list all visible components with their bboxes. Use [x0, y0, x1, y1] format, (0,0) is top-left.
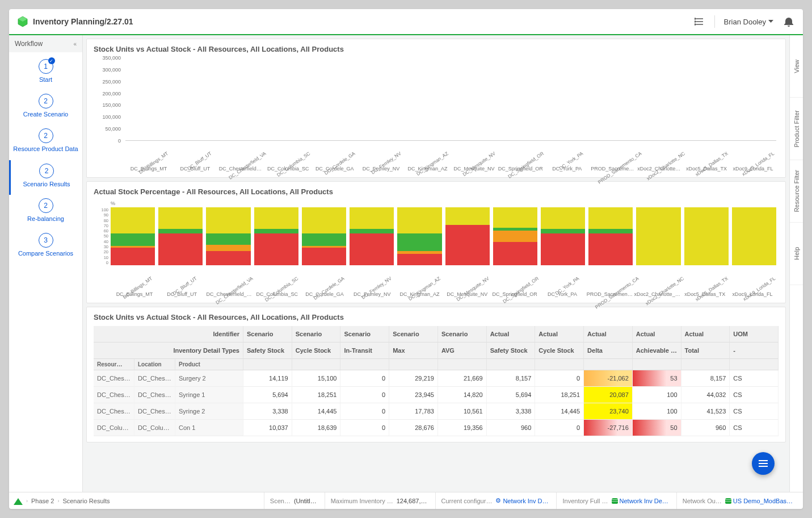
cell-value[interactable]: CS — [730, 403, 779, 420]
cell-value[interactable]: 20,087 — [584, 387, 633, 403]
stacked-bar[interactable]: PROD_Sacremento_CA — [588, 207, 633, 265]
cell-resource[interactable]: DC_Colum… — [94, 420, 134, 436]
status-curr-link[interactable]: ⚙Network Inv D… — [495, 497, 548, 504]
cell-location[interactable]: DC_Chest… — [134, 403, 175, 420]
tbl-rowdim[interactable]: Product — [175, 359, 243, 370]
cell-value[interactable]: 5,694 — [487, 387, 536, 403]
cell-product[interactable]: Con 1 — [175, 420, 243, 436]
cell-value[interactable]: 8,157 — [681, 370, 730, 387]
cell-value[interactable]: 50 — [633, 420, 681, 436]
stacked-bar[interactable]: DC_Cordele_GA — [302, 207, 346, 265]
stacked-bar[interactable]: DC_Columbia_SC — [254, 207, 298, 265]
workflow-step-compare-scenarios[interactable]: 3Compare Scenarios — [9, 229, 82, 264]
cell-value[interactable]: 23,945 — [389, 387, 438, 403]
tbl-col-sub[interactable]: Achievable … — [633, 342, 681, 359]
tbl-col-sub[interactable]: - — [730, 342, 779, 359]
cell-value[interactable]: 41,523 — [681, 403, 730, 420]
cell-product[interactable]: Surgery 2 — [175, 370, 243, 387]
tbl-col-group[interactable]: Actual — [681, 326, 730, 342]
cell-location[interactable]: DC_Colum… — [134, 420, 175, 436]
stacked-bar[interactable]: DC_Springfield_OR — [493, 207, 537, 265]
cell-value[interactable]: 14,445 — [292, 403, 341, 420]
cell-value[interactable]: 14,445 — [535, 403, 584, 420]
bar-group[interactable]: xDoc9_Lorida_FL — [730, 58, 776, 140]
tbl-col-sub[interactable]: Cycle Stock — [292, 342, 341, 359]
cell-value[interactable]: 960 — [681, 420, 730, 436]
tbl-col-group[interactable]: Actual — [487, 326, 536, 342]
cell-product[interactable]: Syringe 2 — [175, 403, 243, 420]
bell-icon[interactable] — [782, 15, 795, 28]
workflow-step-resource-product-data[interactable]: 2Resource Product Data — [9, 125, 82, 160]
bar-group[interactable]: xDoc5_Dallas_TX — [683, 58, 730, 140]
cell-value[interactable]: 3,338 — [243, 403, 292, 420]
tbl-col-group[interactable]: UOM — [730, 326, 779, 342]
bar-group[interactable]: PROD_Sacremento_CA — [590, 58, 637, 140]
workflow-step-re-balancing[interactable]: 2Re-balancing — [9, 195, 82, 229]
collapse-sidebar-icon[interactable]: « — [73, 41, 77, 47]
tbl-col-group[interactable]: Scenario — [438, 326, 487, 342]
cell-value[interactable]: 0 — [340, 387, 389, 403]
stacked-bar[interactable]: xDoc9_Lorida_FL — [732, 207, 776, 265]
stacked-bar[interactable]: xDoc5_Dallas_TX — [684, 207, 729, 265]
tbl-col-sub[interactable]: Delta — [584, 342, 633, 359]
workflow-step-scenario-results[interactable]: 2Scenario Results — [9, 160, 82, 195]
cell-value[interactable]: 14,119 — [243, 370, 292, 387]
tbl-col-sub[interactable]: Max — [389, 342, 438, 359]
tbl-col-group[interactable]: Scenario — [243, 326, 292, 342]
workflow-step-start[interactable]: 1✓Start — [9, 56, 82, 90]
cell-value[interactable]: CS — [730, 370, 779, 387]
cell-value[interactable]: 0 — [340, 420, 389, 436]
tbl-col-sub[interactable]: Safety Stock — [487, 342, 536, 359]
stacked-bar[interactable]: DC_York_PA — [541, 207, 585, 265]
cell-value[interactable]: 960 — [487, 420, 536, 436]
rail-help[interactable]: Help — [790, 223, 803, 285]
tbl-col-group[interactable]: Scenario — [292, 326, 341, 342]
bar-group[interactable]: DC_Fernley_NV — [358, 58, 405, 140]
cell-value[interactable]: 0 — [340, 370, 389, 387]
tbl-col-group[interactable]: Actual — [535, 326, 584, 342]
cell-product[interactable]: Syringe 1 — [175, 387, 243, 403]
user-menu[interactable]: Brian Dooley — [724, 18, 773, 26]
rail-resource-filter[interactable]: Resource Filter — [790, 160, 803, 223]
cell-value[interactable]: 18,251 — [292, 387, 341, 403]
cell-value[interactable]: 10,037 — [243, 420, 292, 436]
tbl-col-group[interactable]: Scenario — [340, 326, 389, 342]
list-view-icon[interactable] — [693, 15, 705, 28]
stacked-bar[interactable]: DC_Fernley_NV — [350, 207, 394, 265]
cell-value[interactable]: 23,740 — [584, 403, 633, 420]
stacked-bar[interactable]: DC_Kingman_AZ — [397, 207, 441, 265]
cell-value[interactable]: -27,716 — [584, 420, 633, 436]
workflow-step-create-scenario[interactable]: 2Create Scenario — [9, 90, 82, 125]
status-netout-link[interactable]: US Demo_ModBas… — [725, 498, 793, 504]
bar-group[interactable]: DC_Mesquite_NV — [451, 58, 497, 140]
cell-resource[interactable]: DC_Chest… — [94, 403, 134, 420]
cell-value[interactable]: 0 — [535, 420, 584, 436]
cell-value[interactable]: 14,820 — [438, 387, 487, 403]
cell-value[interactable]: 10,561 — [438, 403, 487, 420]
tbl-col-sub[interactable]: AVG — [438, 342, 487, 359]
cell-resource[interactable]: DC_Chest… — [94, 387, 134, 403]
bar-group[interactable]: DC_York_PA — [544, 58, 590, 140]
cell-value[interactable]: CS — [730, 387, 779, 403]
tbl-col-group[interactable]: Actual — [584, 326, 633, 342]
cell-value[interactable]: 19,356 — [438, 420, 487, 436]
cell-location[interactable]: DC_Chest… — [134, 370, 175, 387]
cell-value[interactable]: 0 — [535, 370, 584, 387]
cell-value[interactable]: 44,032 — [681, 387, 730, 403]
tbl-rowdim[interactable]: Location — [134, 359, 175, 370]
tbl-col-group[interactable]: Scenario — [389, 326, 438, 342]
fab-menu-button[interactable] — [752, 452, 775, 475]
cell-value[interactable]: 100 — [633, 403, 681, 420]
cell-value[interactable]: 28,676 — [389, 420, 438, 436]
cell-value[interactable]: 0 — [340, 403, 389, 420]
status-invfull-link[interactable]: Network Inv De… — [612, 498, 668, 504]
rail-product-filter[interactable]: Product Filter — [790, 98, 803, 160]
cell-value[interactable]: 15,100 — [292, 370, 341, 387]
cell-value[interactable]: 18,251 — [535, 387, 584, 403]
tbl-rowdim[interactable]: Resour… — [94, 359, 134, 370]
cell-value[interactable]: 17,783 — [389, 403, 438, 420]
breadcrumb-item[interactable]: Phase 2 — [31, 498, 54, 504]
tbl-col-group[interactable]: Actual — [633, 326, 681, 342]
bar-group[interactable]: DC_Chesterfield_VA — [218, 58, 265, 140]
bar-group[interactable]: DC_Bluff_UT — [172, 58, 218, 140]
